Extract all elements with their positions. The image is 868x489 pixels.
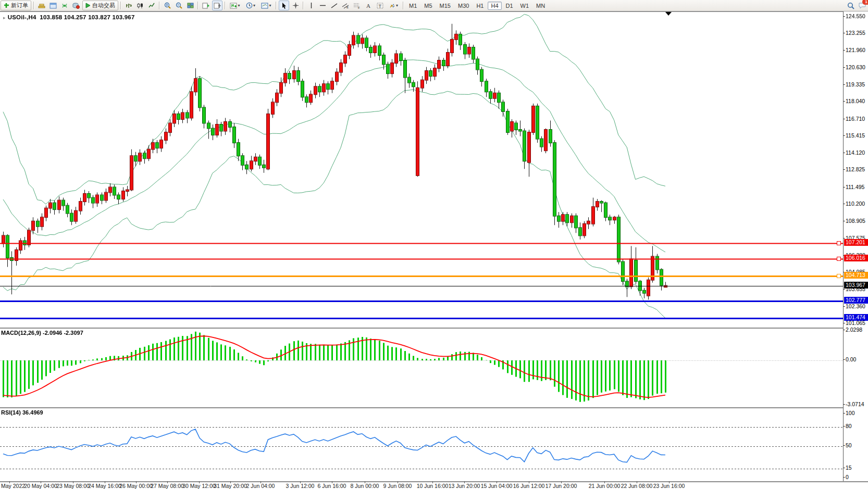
rsi-tick <box>843 413 845 413</box>
database-icon <box>72 3 80 9</box>
price-tick-label: 111.495 <box>846 184 864 190</box>
new-order-button-label: 新订单 <box>11 2 28 9</box>
timeframe-w1-button[interactable]: W1 <box>517 2 532 10</box>
macd-values: -2.0946 -2.3097 <box>43 330 83 336</box>
timeframe-h1-button[interactable]: H1 <box>473 2 487 10</box>
time-label: 27 May 08:00 <box>151 483 184 489</box>
label-button[interactable]: T <box>375 1 385 10</box>
rsi-canvas[interactable] <box>0 408 843 480</box>
toolbar-separator <box>303 2 304 9</box>
macd-tick <box>843 330 845 330</box>
chart-shift-button[interactable] <box>212 1 222 10</box>
vertical-line-button[interactable] <box>306 1 316 10</box>
bar-chart-mode-button[interactable] <box>123 1 134 10</box>
dropdown-arrow-icon[interactable]: ▾ <box>269 3 271 8</box>
market-watch-button[interactable] <box>48 1 58 10</box>
hline-handle[interactable] <box>837 257 841 261</box>
time-label: 13 Jun 20:00 <box>449 483 480 489</box>
dropdown-arrow-icon[interactable]: ▾ <box>238 3 240 8</box>
price-chart-canvas[interactable] <box>0 12 843 326</box>
templates-button[interactable]: ▾ <box>259 1 274 10</box>
time-label: 10 Jun 16:00 <box>417 483 449 489</box>
timeframe-m15-button[interactable]: M15 <box>437 2 454 10</box>
cursor-button[interactable] <box>279 1 289 10</box>
trendline-button[interactable] <box>329 1 339 10</box>
price-line-tag: 101.474 <box>844 314 868 321</box>
close-value: 103.967 <box>113 14 135 20</box>
auto-scroll-button[interactable] <box>201 1 211 10</box>
svg-text:T: T <box>378 3 381 8</box>
price-tick <box>843 67 845 68</box>
search-button[interactable] <box>846 1 856 10</box>
channel-button[interactable]: E <box>340 1 351 10</box>
notifications-button[interactable]: 1 <box>857 1 867 10</box>
line-chart-icon <box>148 3 155 9</box>
label-icon: T <box>377 3 383 9</box>
line-chart-mode-button[interactable] <box>146 1 157 10</box>
arrows-button[interactable]: ▾ <box>386 1 401 10</box>
price-tick-label: 119.335 <box>846 81 865 87</box>
price-tick <box>843 187 845 187</box>
timeframe-mn-button[interactable]: MN <box>533 2 548 10</box>
timeframe-m30-button[interactable]: M30 <box>455 2 472 10</box>
toolbar-separator <box>276 2 277 9</box>
time-label: 16 Jun 12:00 <box>513 483 545 489</box>
fibonacci-button[interactable]: F <box>352 1 362 10</box>
quotes-window-button[interactable] <box>36 1 47 10</box>
crosshair-button[interactable] <box>290 1 301 10</box>
timeframe-m1-button[interactable]: M1 <box>406 2 420 10</box>
macd-canvas[interactable] <box>0 329 843 405</box>
timeframe-m5-button[interactable]: M5 <box>421 2 435 10</box>
price-tick-label: 108.905 <box>846 218 865 224</box>
arrows-icon <box>389 3 395 9</box>
plus-icon <box>4 3 9 8</box>
rsi-tick-label: 15 <box>846 465 852 471</box>
price-line-tag: 102.777 <box>844 297 868 304</box>
dropdown-arrow-icon[interactable]: ▾ <box>396 3 398 8</box>
tile-windows-button[interactable] <box>185 1 195 10</box>
template-icon <box>261 3 268 9</box>
time-label: 8 Jun 00:00 <box>351 483 379 489</box>
zoom-in-button[interactable] <box>162 1 172 10</box>
toolbar-separator <box>403 2 404 9</box>
high-value: 104.257 <box>64 14 86 20</box>
gold-bars-icon <box>38 3 45 9</box>
dropdown-arrow-icon[interactable]: ▾ <box>253 3 255 8</box>
time-label: 2 Jun 04:00 <box>246 483 275 489</box>
new-order-button[interactable]: 新订单 <box>1 1 31 10</box>
macd-tick <box>843 404 845 405</box>
chart-shift-marker-icon[interactable] <box>665 12 672 16</box>
time-label: 22 Jun 08:00 <box>621 483 653 489</box>
horizontal-line-button[interactable] <box>317 1 328 10</box>
text-button[interactable]: A <box>363 1 374 10</box>
price-tick-label: 121.960 <box>846 47 865 53</box>
price-tick-label: 110.200 <box>846 200 865 207</box>
bar-chart-icon <box>126 3 132 9</box>
svg-text:E: E <box>346 6 349 9</box>
rsi-value: 36.4969 <box>22 409 43 416</box>
price-tick-label: 120.630 <box>846 64 865 70</box>
timeframe-d1-button[interactable]: D1 <box>503 2 516 10</box>
price-tick-label: 116.710 <box>846 116 865 122</box>
time-label: 30 May 12:00 <box>182 483 216 489</box>
play-icon <box>85 3 91 8</box>
time-label: 6 Jun 16:00 <box>318 483 346 489</box>
signals-button[interactable] <box>59 1 70 10</box>
history-center-button[interactable] <box>71 1 81 10</box>
timeframe-h4-button[interactable]: H4 <box>488 2 501 10</box>
notification-badge: 1 <box>862 0 868 5</box>
rsi-tick-label: 50 <box>846 442 852 448</box>
zoom-out-button[interactable] <box>173 1 184 10</box>
auto-trading-button[interactable]: 自动交易 <box>82 1 118 10</box>
price-tick-label: 114.120 <box>846 149 865 156</box>
macd-tick-label: 0.00 <box>846 356 856 362</box>
indicators-button[interactable]: ▾ <box>228 1 242 10</box>
time-label: 20 May 04:00 <box>24 483 57 489</box>
hline-handle[interactable] <box>837 274 841 278</box>
fibonacci-icon: F <box>353 3 361 9</box>
collapse-arrow-icon[interactable]: ▸ <box>3 15 6 20</box>
candle-chart-mode-button[interactable] <box>135 1 145 10</box>
periods-button[interactable]: ▾ <box>243 1 258 10</box>
hline-handle[interactable] <box>837 241 841 245</box>
macd-tick <box>843 359 845 360</box>
